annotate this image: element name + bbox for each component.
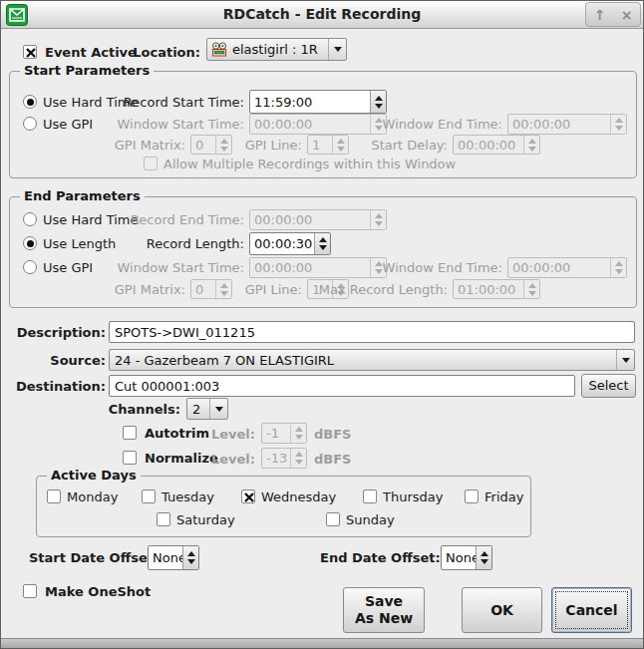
- spin-arrows: [370, 210, 386, 229]
- location-dropdown-arrow-icon[interactable]: [328, 39, 346, 60]
- normalize-level-spinbox: -13: [261, 448, 307, 469]
- source-value: 24 - Gazerbeam 7 ON ELASTIGIRL: [110, 353, 616, 368]
- end-gpi-line-label: GPI Line:: [237, 282, 302, 297]
- source-combobox[interactable]: 24 - Gazerbeam 7 ON ELASTIGIRL: [109, 349, 635, 371]
- window-title: RDCatch - Edit Recording: [1, 1, 643, 28]
- rivendell-app-icon: [6, 4, 28, 26]
- window-controls: ↑ ×: [585, 2, 641, 27]
- location-value: elastigirl : 1R: [227, 42, 328, 57]
- record-start-time-value: 11:59:00: [250, 94, 370, 111]
- make-oneshot-label: Make OneShot: [45, 584, 151, 599]
- record-start-time-spinbox[interactable]: 11:59:00: [249, 90, 387, 114]
- start-date-offset-label: Start Date Offset:: [29, 550, 144, 565]
- record-length-label: Record Length:: [115, 236, 244, 251]
- thursday-checkbox[interactable]: [363, 489, 377, 503]
- saturday-checkbox[interactable]: [157, 512, 170, 526]
- monday-checkbox[interactable]: [47, 489, 61, 503]
- start-delay-label: Start Delay:: [360, 138, 448, 153]
- cassette-icon: [211, 42, 227, 58]
- shade-icon[interactable]: ↑: [594, 8, 606, 22]
- location-combobox[interactable]: elastigirl : 1R: [206, 38, 347, 61]
- spin-arrows: [290, 449, 306, 468]
- description-input[interactable]: [109, 321, 635, 343]
- max-record-length-value: 01:00:00: [454, 281, 523, 298]
- spin-arrows: [215, 280, 231, 298]
- end-window-end-time-label: Window End Time:: [365, 260, 502, 275]
- sunday-checkbox[interactable]: [326, 512, 340, 526]
- start-date-offset-spin-arrows[interactable]: [182, 546, 198, 569]
- destination-select-button[interactable]: Select: [581, 374, 636, 398]
- max-record-length-label: Max Record Length:: [310, 282, 448, 297]
- start-gpi-matrix-value: 0: [191, 137, 215, 154]
- end-use-gpi-radio[interactable]: [23, 260, 37, 274]
- start-use-gpi-radio[interactable]: [23, 117, 37, 131]
- start-gpi-matrix-label: GPI Matrix:: [96, 138, 185, 153]
- sunday-label: Sunday: [346, 512, 395, 527]
- tuesday-checkbox[interactable]: [142, 489, 156, 503]
- start-window-end-time-spinbox: 00:00:00: [507, 114, 627, 135]
- autotrim-level-label: Level:: [190, 427, 255, 442]
- monday-label: Monday: [67, 489, 118, 504]
- end-window-end-time-spinbox: 00:00:00: [507, 257, 627, 278]
- start-date-offset-spinbox[interactable]: None: [148, 545, 199, 570]
- active-days-group: Active Days Monday Tuesday Wednesday Thu…: [36, 476, 531, 537]
- start-delay-spinbox: 00:00:00: [453, 135, 540, 155]
- end-gpi-matrix-label: GPI Matrix:: [96, 282, 185, 297]
- spin-arrows: [610, 258, 626, 277]
- end-date-offset-spinbox[interactable]: None: [441, 545, 492, 570]
- start-window-start-time-value: 00:00:00: [250, 116, 370, 133]
- make-oneshot-checkbox[interactable]: [23, 584, 37, 598]
- event-active-checkbox[interactable]: [23, 45, 37, 59]
- spin-arrows: [215, 136, 231, 154]
- destination-label: Destination:: [9, 379, 106, 394]
- record-length-spinbox[interactable]: 00:00:30: [249, 232, 331, 255]
- spin-arrows: [523, 136, 539, 154]
- start-parameters-title: Start Parameters: [20, 63, 154, 78]
- ok-button[interactable]: OK: [462, 587, 542, 633]
- start-gpi-line-spinbox: 1: [307, 135, 349, 155]
- channels-combobox[interactable]: 2: [186, 398, 228, 420]
- record-end-time-spinbox: 00:00:00: [249, 209, 387, 230]
- close-icon[interactable]: ×: [621, 8, 633, 22]
- spin-arrows: [523, 280, 539, 298]
- edit-recording-dialog: RDCatch - Edit Recording ↑ × Event Activ…: [0, 0, 644, 649]
- end-use-gpi-label: Use GPI: [43, 260, 93, 275]
- normalize-level-value: -13: [262, 450, 290, 467]
- end-window-start-time-value: 00:00:00: [250, 259, 370, 276]
- source-dropdown-arrow-icon[interactable]: [616, 350, 634, 370]
- start-window-start-time-label: Window Start Time:: [105, 117, 244, 132]
- destination-input[interactable]: [109, 375, 575, 397]
- end-date-offset-label: End Date Offset:: [320, 550, 437, 565]
- record-start-time-spin-arrows[interactable]: [370, 91, 386, 113]
- end-date-offset-spin-arrows[interactable]: [476, 546, 491, 569]
- normalize-unit-label: dBFS: [314, 452, 351, 467]
- autotrim-level-spinbox: -1: [261, 423, 307, 444]
- start-use-hard-time-radio[interactable]: [23, 95, 37, 109]
- end-use-hard-time-radio[interactable]: [23, 212, 37, 226]
- wednesday-label: Wednesday: [261, 489, 336, 504]
- autotrim-level-value: -1: [262, 425, 290, 442]
- start-delay-value: 00:00:00: [454, 137, 523, 154]
- end-use-length-radio[interactable]: [23, 236, 37, 250]
- normalize-checkbox[interactable]: [123, 451, 137, 465]
- autotrim-checkbox[interactable]: [123, 426, 137, 440]
- autotrim-unit-label: dBFS: [314, 427, 351, 442]
- location-label: Location:: [121, 45, 200, 60]
- record-end-time-value: 00:00:00: [250, 211, 370, 228]
- save-as-new-button[interactable]: Save As New: [343, 587, 425, 633]
- cancel-button[interactable]: Cancel: [551, 587, 632, 633]
- start-window-end-time-label: Window End Time:: [365, 117, 502, 132]
- friday-label: Friday: [484, 489, 523, 504]
- saturday-label: Saturday: [176, 512, 235, 527]
- record-length-spin-arrows[interactable]: [314, 233, 330, 254]
- end-gpi-matrix-spinbox: 0: [190, 279, 232, 299]
- start-gpi-matrix-spinbox: 0: [190, 135, 232, 155]
- friday-checkbox[interactable]: [465, 489, 479, 503]
- allow-multiple-recordings-label: Allow Multiple Recordings within this Wi…: [163, 157, 456, 171]
- end-date-offset-value: None: [442, 549, 476, 566]
- end-gpi-matrix-value: 0: [191, 281, 215, 298]
- window-titlebar[interactable]: RDCatch - Edit Recording ↑ ×: [1, 1, 643, 29]
- wednesday-checkbox[interactable]: [241, 489, 255, 503]
- channels-dropdown-arrow-icon[interactable]: [209, 399, 227, 419]
- start-date-offset-value: None: [149, 549, 182, 566]
